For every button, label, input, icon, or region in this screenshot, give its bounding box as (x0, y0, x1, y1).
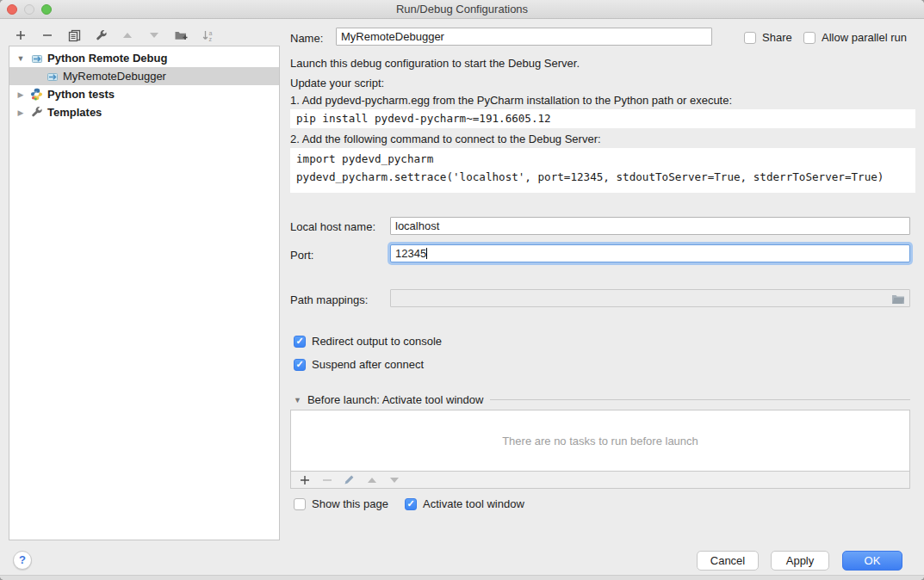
instruction-step-2: 2. Add the following command to connect … (290, 133, 601, 145)
local-host-name-input[interactable]: localhost (390, 217, 910, 235)
add-icon[interactable] (14, 28, 28, 42)
tree-item-myremotedebugger[interactable]: MyRemoteDebugger (9, 67, 279, 85)
activate-tool-window-label: Activate tool window (423, 497, 524, 510)
redirect-output-label: Redirect output to console (312, 335, 442, 348)
ok-button[interactable]: OK (842, 551, 902, 571)
name-value: MyRemoteDebugger (341, 30, 444, 43)
name-label: Name: (290, 32, 323, 45)
before-launch-title: Before launch: Activate tool window (307, 393, 484, 406)
allow-parallel-run-label: Allow parallel run (822, 31, 907, 44)
redirect-output-checkbox[interactable]: Redirect output to console (294, 335, 442, 348)
activate-tool-window-checkbox[interactable]: Activate tool window (405, 497, 524, 510)
svg-text:z: z (209, 36, 213, 42)
titlebar: Run/Debug Configurations (0, 0, 924, 19)
before-launch-toolbar (290, 471, 910, 489)
empty-tasks-message: There are no tasks to run before launch (502, 435, 698, 447)
text-caret (426, 248, 427, 259)
window-title: Run/Debug Configurations (0, 0, 924, 19)
tree-item-label: Python Remote Debug (47, 52, 167, 65)
code-line: pip install pydevd-pycharm~=191.6605.12 (296, 109, 909, 127)
cancel-button[interactable]: Cancel (697, 551, 759, 571)
tree-item-label: Python tests (47, 88, 115, 101)
checkbox-icon[interactable] (294, 498, 306, 510)
tree-item-python-tests[interactable]: ▶ Python tests (9, 85, 279, 103)
before-launch-task-list[interactable]: There are no tasks to run before launch (290, 410, 910, 471)
code-line: import pydevd_pycharm (296, 150, 909, 168)
tree-item-label: Templates (47, 106, 102, 119)
run-debug-configurations-dialog: Run/Debug Configurations az ▼ (0, 0, 924, 580)
instruction-line-1: Launch this debug configuration to start… (290, 57, 580, 70)
expand-collapse-icon[interactable]: ▶ (16, 108, 25, 117)
move-down-icon (147, 28, 161, 42)
port-label: Port: (290, 249, 313, 262)
tree-item-label: MyRemoteDebugger (63, 70, 166, 83)
configurations-toolbar: az (14, 26, 214, 45)
sort-alphabetically-icon: az (201, 28, 214, 42)
path-mappings-input[interactable] (390, 289, 910, 307)
separator-line (490, 399, 910, 400)
suspend-after-connect-checkbox[interactable]: Suspend after connect (294, 358, 424, 371)
checkbox-icon[interactable] (405, 498, 417, 510)
help-button[interactable]: ? (13, 551, 32, 570)
svg-text:a: a (209, 29, 213, 35)
python-tests-icon (30, 88, 44, 102)
remote-debug-icon (46, 70, 59, 83)
tree-item-templates[interactable]: ▶ Templates (9, 103, 279, 121)
tree-item-python-remote-debug[interactable]: ▼ Python Remote Debug (9, 49, 279, 67)
show-this-page-checkbox[interactable]: Show this page (294, 497, 388, 510)
window-bottom-edge (0, 575, 924, 580)
edit-task-icon (344, 474, 355, 485)
local-host-name-value: localhost (395, 219, 439, 232)
code-line: pydevd_pycharm.settrace('localhost', por… (296, 168, 909, 186)
port-value: 12345 (395, 247, 426, 260)
before-launch-header[interactable]: ▼ Before launch: Activate tool window (294, 393, 910, 406)
expand-collapse-icon[interactable]: ▶ (16, 90, 25, 99)
path-mappings-label: Path mappings: (290, 293, 368, 306)
instruction-step-1: 1. Add pydevd-pycharm.egg from the PyCha… (290, 94, 732, 107)
checkbox-icon[interactable] (744, 32, 756, 44)
suspend-after-connect-label: Suspend after connect (312, 358, 424, 371)
add-task-icon[interactable] (299, 474, 310, 485)
configurations-tree: ▼ Python Remote Debug MyRemoteDebugger ▶… (9, 46, 280, 540)
new-folder-icon[interactable] (174, 28, 188, 42)
edit-templates-icon[interactable] (94, 28, 108, 42)
pip-install-code-block: pip install pydevd-pycharm~=191.6605.12 (290, 109, 915, 128)
remove-task-icon (321, 474, 332, 485)
collapse-icon[interactable]: ▼ (294, 396, 301, 404)
templates-icon (30, 106, 44, 120)
local-host-name-label: Local host name: (290, 220, 375, 233)
move-task-down-icon (388, 474, 400, 485)
share-label: Share (762, 31, 792, 44)
move-up-icon (121, 28, 134, 42)
checkbox-icon[interactable] (294, 336, 306, 348)
copy-icon[interactable] (67, 28, 81, 42)
instruction-line-2: Update your script: (290, 77, 384, 89)
share-checkbox[interactable]: Share (744, 31, 792, 44)
name-input[interactable]: MyRemoteDebugger (336, 28, 712, 46)
port-input[interactable]: 12345 (390, 244, 910, 262)
browse-folder-icon[interactable] (891, 293, 905, 307)
settrace-code-block: import pydevd_pycharm pydevd_pycharm.set… (290, 148, 915, 193)
remove-icon[interactable] (40, 28, 54, 42)
allow-parallel-run-checkbox[interactable]: Allow parallel run (803, 31, 907, 44)
remote-debug-icon (30, 52, 44, 65)
apply-button[interactable]: Apply (771, 551, 829, 571)
expand-collapse-icon[interactable]: ▼ (16, 54, 25, 63)
show-this-page-label: Show this page (312, 497, 388, 510)
checkbox-icon[interactable] (294, 359, 306, 371)
checkbox-icon[interactable] (803, 32, 815, 44)
move-task-up-icon (366, 474, 377, 485)
